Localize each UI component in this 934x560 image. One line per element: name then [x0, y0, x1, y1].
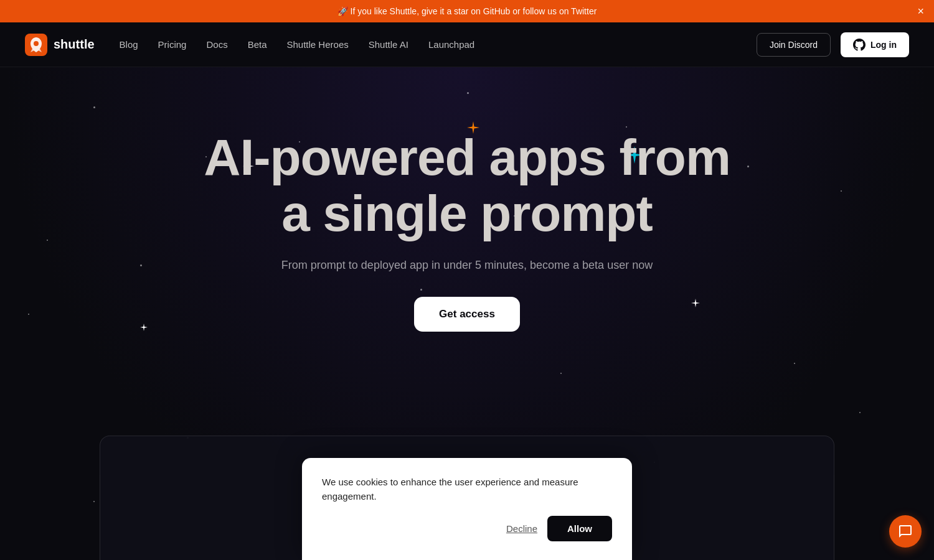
- cookie-banner: We use cookies to enhance the user exper…: [302, 458, 632, 560]
- hero-title-line2: a single prompt: [281, 185, 653, 241]
- logo-text: shuttle: [54, 37, 95, 52]
- star: [747, 166, 749, 167]
- nav-link-shuttle-heroes[interactable]: Shuttle Heroes: [287, 39, 349, 50]
- nav-item-beta[interactable]: Beta: [248, 39, 267, 50]
- hero-subtitle: From prompt to deployed app in under 5 m…: [281, 259, 653, 272]
- login-label: Log in: [870, 40, 897, 50]
- join-discord-button[interactable]: Join Discord: [757, 33, 831, 57]
- close-icon[interactable]: ×: [917, 6, 924, 17]
- decline-button[interactable]: Decline: [506, 516, 537, 541]
- star: [140, 264, 142, 266]
- navbar: shuttle Blog Pricing Docs Beta Shuttle H…: [0, 22, 934, 67]
- star: [420, 289, 422, 291]
- cookie-message: We use cookies to enhance the user exper…: [322, 475, 612, 503]
- nav-item-pricing[interactable]: Pricing: [158, 39, 187, 50]
- nav-link-shuttle-ai[interactable]: Shuttle AI: [369, 39, 408, 50]
- sparkle-white-2: [691, 299, 700, 307]
- nav-link-blog[interactable]: Blog: [120, 39, 138, 50]
- nav-link-launchpad[interactable]: Launchpad: [428, 39, 474, 50]
- star: [794, 363, 795, 364]
- nav-item-launchpad[interactable]: Launchpad: [428, 39, 474, 50]
- logo[interactable]: shuttle: [25, 34, 95, 56]
- nav-item-shuttle-heroes[interactable]: Shuttle Heroes: [287, 39, 349, 50]
- star: [93, 501, 95, 502]
- sparkle-white-3: [140, 324, 148, 331]
- nav-link-docs[interactable]: Docs: [206, 39, 227, 50]
- star: [93, 106, 95, 108]
- navbar-right: Join Discord Log in: [757, 32, 909, 57]
- chat-bubble[interactable]: [889, 515, 922, 548]
- nav-item-docs[interactable]: Docs: [206, 39, 227, 50]
- allow-button[interactable]: Allow: [547, 516, 612, 541]
- star: [28, 314, 29, 315]
- star: [841, 190, 842, 192]
- nav-item-blog[interactable]: Blog: [120, 39, 138, 50]
- cookie-actions: Decline Allow: [322, 516, 612, 541]
- github-icon: [853, 39, 866, 51]
- nav-item-shuttle-ai[interactable]: Shuttle AI: [369, 39, 408, 50]
- svg-point-1: [34, 41, 39, 46]
- star: [47, 240, 48, 241]
- navbar-left: shuttle Blog Pricing Docs Beta Shuttle H…: [25, 34, 474, 56]
- logo-icon: [25, 34, 47, 56]
- chat-icon: [898, 524, 913, 539]
- nav-link-pricing[interactable]: Pricing: [158, 39, 187, 50]
- hero-title: AI-powered apps from a single prompt: [204, 129, 730, 241]
- nav-links: Blog Pricing Docs Beta Shuttle Heroes Sh…: [120, 39, 475, 50]
- star: [467, 92, 469, 94]
- star: [626, 126, 627, 128]
- nav-link-beta[interactable]: Beta: [248, 39, 267, 50]
- hero-title-line1: AI-powered apps from: [204, 129, 730, 185]
- login-button[interactable]: Log in: [841, 32, 909, 57]
- star: [859, 412, 861, 413]
- star: [560, 373, 562, 374]
- announcement-text: 🚀 If you like Shuttle, give it a star on…: [337, 6, 597, 16]
- announcement-bar: 🚀 If you like Shuttle, give it a star on…: [0, 0, 934, 22]
- get-access-button[interactable]: Get access: [414, 297, 520, 332]
